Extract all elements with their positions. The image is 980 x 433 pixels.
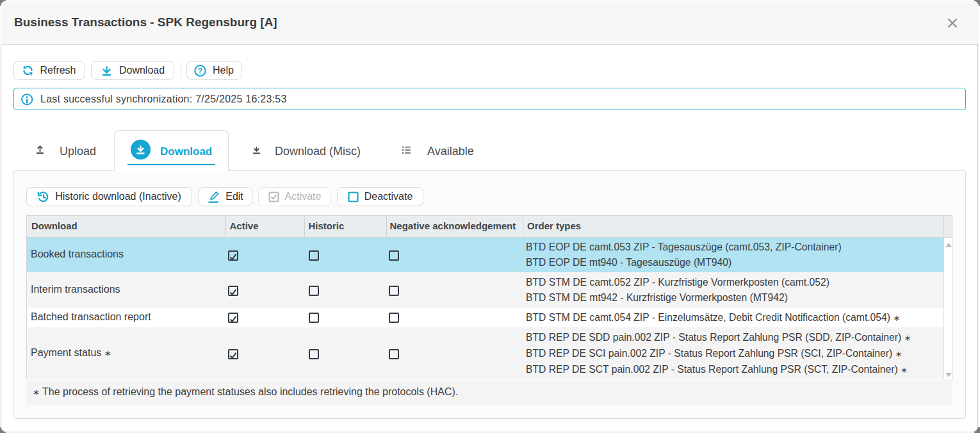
svg-text:?: ?: [198, 66, 202, 75]
